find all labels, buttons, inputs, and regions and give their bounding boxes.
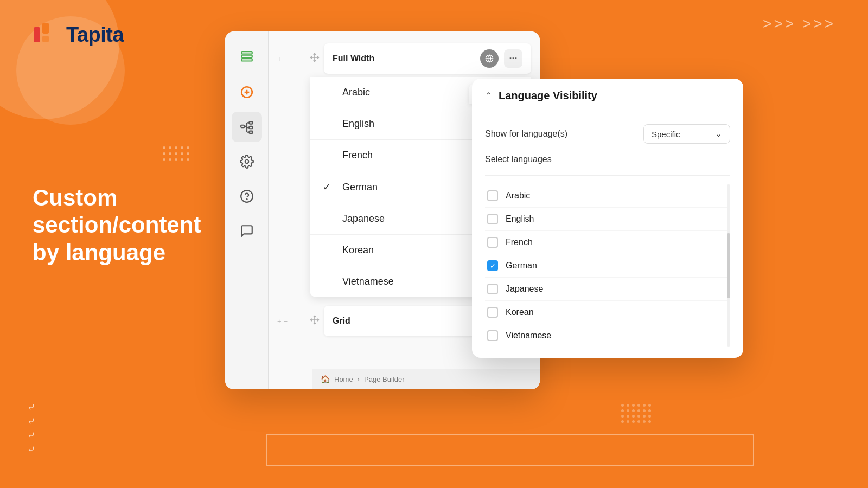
headline: Custom section/content by language [33,184,201,266]
bg-dots-left [163,146,189,161]
bg-rect [266,434,754,466]
panel-lang-japanese[interactable]: Japanese [485,278,730,301]
lang-english-label: English [342,118,374,130]
language-visibility-panel: ⌃ Language Visibility Show for language(… [472,79,743,358]
bg-dots-right [621,404,651,423]
more-button-1[interactable]: ··· [504,49,522,68]
panel-lang-french-label: French [506,237,533,247]
sidebar-item-add[interactable] [232,77,262,107]
sidebar-item-tree[interactable] [232,112,262,142]
panel-lang-german[interactable]: ✓ German [485,254,730,278]
check-german: ✓ [323,181,334,193]
breadcrumb-sep: › [358,375,360,383]
lang-check-list: Arabic English French ✓ German Japanese [485,184,730,347]
panel-lang-arabic-label: Arabic [506,191,530,201]
svg-rect-2 [42,36,49,42]
svg-rect-3 [241,55,252,57]
dropdown-arrow: ⌄ [715,129,722,139]
panel-header: ⌃ Language Visibility [472,79,743,113]
lang-arabic-label: Arabic [342,87,370,98]
dropdown-value: Specific [652,130,680,139]
breadcrumb-home: Home [334,375,353,383]
svg-rect-10 [249,121,253,124]
checkbox-vietnamese[interactable] [487,330,498,341]
svg-rect-0 [34,27,40,42]
row-controls-1: + − [277,55,310,63]
show-for-label: Show for language(s) [485,129,567,139]
panel-lang-german-label: German [506,261,537,271]
checkbox-arabic[interactable] [487,190,498,201]
full-width-title: Full Width [333,54,374,63]
svg-point-18 [245,160,248,164]
full-width-bar: Full Width ··· [324,43,531,74]
check-japanese [323,213,334,224]
svg-rect-1 [42,23,49,34]
lang-korean-label: Korean [342,245,374,256]
headline-line2: section/content [33,211,201,239]
show-for-row: Show for language(s) Specific ⌄ [485,124,730,144]
checkbox-english[interactable] [487,214,498,224]
specific-dropdown[interactable]: Specific ⌄ [643,124,730,144]
grid-title: Grid [333,316,350,326]
breadcrumb-bar: 🏠 Home › Page Builder [312,369,540,389]
panel-body: Show for language(s) Specific ⌄ Select l… [472,113,743,358]
checkbox-german[interactable]: ✓ [487,260,498,271]
checkbox-french[interactable] [487,237,498,248]
collapse-icon[interactable]: ⌃ [485,91,492,101]
lang-german-label: German [342,182,378,193]
editor-sidebar [225,31,269,389]
svg-rect-9 [241,125,245,127]
full-width-controls: ··· [480,49,522,68]
panel-lang-vietnamese[interactable]: Vietnamese [485,324,730,347]
dash-icon-1: − [284,55,288,63]
sidebar-item-settings[interactable] [232,146,262,177]
sidebar-item-layers[interactable] [232,42,262,73]
svg-rect-4 [241,59,252,61]
check-english [323,118,334,130]
lang-check-list-area: Arabic English French ✓ German Japanese [485,184,730,347]
panel-lang-korean[interactable]: Korean [485,301,730,324]
full-width-section-row: + − Full Width [269,40,540,77]
headline-line3: by language [33,239,201,266]
move-icon-2[interactable] [310,315,320,327]
move-icon-1[interactable] [310,53,320,65]
panel-lang-vietnamese-label: Vietnamese [506,331,551,341]
panel-lang-english[interactable]: English [485,208,730,231]
sidebar-item-help[interactable] [232,181,262,211]
panel-lang-japanese-label: Japanese [506,284,543,294]
lang-french-label: French [342,150,373,161]
plus-icon-1[interactable]: + [277,55,282,63]
panel-lang-korean-label: Korean [506,307,534,317]
bg-chevrons: ⤶ ⤶ ⤶ ⤶ [27,401,35,455]
panel-lang-english-label: English [506,214,534,224]
svg-rect-11 [249,126,253,129]
bg-arrows: >>> >>> [763,15,835,33]
panel-lang-french[interactable]: French [485,231,730,254]
checkbox-korean[interactable] [487,307,498,318]
headline-line1: Custom [33,184,201,211]
panel-lang-arabic[interactable]: Arabic [485,184,730,208]
select-languages-label: Select languages [485,155,552,164]
select-languages-row: Select languages [485,155,730,164]
panel-divider [485,175,730,176]
lang-japanese-label: Japanese [342,213,385,224]
tapita-logo-icon [33,22,59,48]
checkbox-japanese[interactable] [487,284,498,294]
plus-icon-2[interactable]: + [277,317,282,325]
check-korean [323,245,334,256]
check-french [323,150,334,161]
sidebar-item-chat[interactable] [232,216,262,246]
svg-rect-5 [241,52,252,54]
scrollbar-track [727,184,730,347]
dash-icon-2: − [284,317,288,325]
row-controls-2: + − [277,317,310,325]
scrollbar-thumb[interactable] [727,233,730,298]
check-arabic [323,87,334,98]
globe-button-1[interactable] [480,49,499,68]
lang-vietnamese-label: Vietnamese [342,276,394,287]
svg-rect-12 [249,131,253,133]
breadcrumb-page: Page Builder [364,375,404,383]
check-vietnamese [323,276,334,287]
brand-name: Tapita [66,23,124,47]
home-icon: 🏠 [321,375,330,383]
